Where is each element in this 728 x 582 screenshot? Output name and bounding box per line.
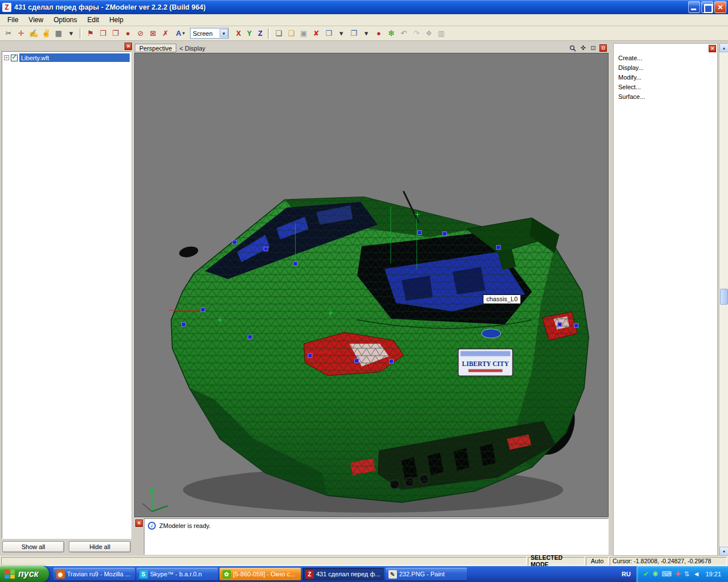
vertex-cross-icon[interactable]: ✛ [15,28,27,39]
maximize-button[interactable] [701,1,713,13]
wire-cylinder-icon[interactable]: ❐ [109,28,122,39]
axis-z-button[interactable]: Z [255,28,266,39]
tree-row[interactable]: Liberty.wft [2,53,131,63]
axis-x-button[interactable]: X [233,28,244,39]
hand-write-icon[interactable]: ✍ [27,28,40,39]
help-icon[interactable]: ❖ [423,28,435,39]
zmodeler-task[interactable]: Z 431 сделал перед ф... [303,568,384,580]
task-label: Skype™ - b.a.r.0.n [150,571,202,577]
viewport-canvas[interactable]: LIBERTY CITY [134,53,609,517]
scene-tree[interactable]: Liberty.wft [2,51,131,539]
keyboard-tray-icon[interactable]: ⌨ [661,571,671,577]
zmodeler-icon: Z [305,570,314,579]
close-commands-panel-icon[interactable] [709,45,716,52]
boxed-x-icon[interactable]: ⊠ [147,28,159,39]
select-menu-item[interactable]: Select... [618,82,717,92]
screen-combobox[interactable]: Screen [190,28,229,39]
firefox-icon: ◉ [56,570,65,579]
language-indicator[interactable]: RU [617,571,636,577]
expand-icon[interactable] [4,55,9,60]
scissors-icon[interactable]: ✂ [2,28,15,39]
surface-menu-item[interactable]: Surface... [618,92,717,101]
commands-panel: Create... Display... Modify... Select...… [613,43,718,556]
combobox-arrow-icon[interactable] [220,29,228,38]
antivirus-tray-icon[interactable]: ✔ [643,571,649,577]
zoom-extents-icon[interactable]: ⊡ [589,44,597,52]
window-title: 431 сделал перед фары - ZModeler ver 2.2… [14,3,206,11]
new-file-icon[interactable]: ❏ [272,28,285,39]
hide-all-button[interactable]: Hide all [69,541,131,552]
close-tools-icon[interactable]: ✗ [159,28,172,39]
grid-icon[interactable]: ▦ [52,28,65,39]
windows-logo-icon [5,569,15,579]
menu-edit[interactable]: Edit [82,14,105,26]
menu-view[interactable]: View [23,14,48,26]
tools-dropdown-icon[interactable]: ▾ [65,28,77,39]
network-tray-icon[interactable]: ⇅ [684,571,690,577]
paint-task[interactable]: ✎ 232.PNG - Paint [386,568,467,580]
menu-options[interactable]: Options [48,14,82,26]
show-all-button[interactable]: Show all [2,541,64,552]
icq-task[interactable]: ✿ [5-860-059] - Окно с... [220,568,301,580]
close-button[interactable] [714,1,726,13]
display-breadcrumb[interactable]: < Display [179,45,205,52]
start-button[interactable]: пуск [0,566,49,582]
create-menu-item[interactable]: Create... [618,53,717,63]
travian-task[interactable]: ◉ Travian ru9 - Mozilla ... [53,568,135,580]
close-panel-icon[interactable] [125,43,132,50]
display-menu-item[interactable]: Display... [618,63,717,72]
save-icon[interactable]: ▣ [297,28,310,39]
alert-tray-icon[interactable]: ✚ [675,571,680,577]
toolbar-separator[interactable] [80,28,82,39]
message-bar: i ZModeler is ready. [134,518,609,556]
minimize-button[interactable] [688,1,700,13]
viewport-maximize-icon[interactable] [599,44,607,52]
perspective-button[interactable]: Perspective [135,44,176,52]
vertical-scrollbar[interactable]: ▲ ▼ [719,43,728,556]
messenger-tray-icon[interactable]: ❋ [652,571,658,577]
selected-mode-indicator: SELECTED MODE [528,557,585,566]
undo-icon[interactable]: ↶ [398,28,410,39]
viewport: Perspective < Display ✜ ⊡ [134,43,609,517]
car-badge [482,329,501,338]
message-log: i ZModeler is ready. [144,518,609,555]
skype-task[interactable]: S Skype™ - b.a.r.0.n [136,568,218,580]
menu-file[interactable]: File [2,14,23,26]
record-icon[interactable]: ● [373,28,385,39]
export-icon[interactable]: ❐ [348,28,360,39]
volume-tray-icon[interactable]: ◄ [693,571,700,577]
delete-icon[interactable]: ✘ [310,28,322,39]
chevron-down-icon: ▾ [183,31,185,36]
font-button[interactable]: A ▾ [172,28,189,39]
scroll-down-icon[interactable]: ▼ [719,547,728,556]
scrollbar-thumb[interactable] [720,289,728,305]
skype-icon: S [139,570,148,579]
close-message-bar-icon[interactable] [135,519,143,527]
wire-box-icon[interactable]: ❒ [97,28,109,39]
import-dropdown-icon[interactable]: ▾ [335,28,348,39]
axis-gizmo-icon [143,487,168,512]
viewport-header: Perspective < Display ✜ ⊡ [134,43,609,53]
modify-menu-item[interactable]: Modify... [618,72,717,82]
zoom-icon[interactable] [569,44,577,52]
tree-item-checkbox[interactable] [11,55,18,61]
tree-item-label[interactable]: Liberty.wft [19,53,130,62]
redo-icon[interactable]: ↷ [410,28,423,39]
props-icon[interactable]: ▥ [435,28,448,39]
car-3d-model[interactable]: LIBERTY CITY [135,53,608,517]
no-entry-icon[interactable]: ⊘ [134,28,147,39]
axis-y-button[interactable]: Y [244,28,255,39]
menu-help[interactable]: Help [104,14,129,26]
system-tray: ✔ ❋ ⌨ ✚ ⇅ ◄ 19:21 [636,566,728,582]
scroll-up-icon[interactable]: ▲ [719,43,728,52]
import-icon[interactable]: ❒ [322,28,335,39]
open-folder-icon[interactable]: ❑ [285,28,297,39]
clock[interactable]: 19:21 [705,571,721,577]
pan-hand-icon[interactable]: ✜ [579,44,587,52]
material-icon[interactable]: ❇ [385,28,398,39]
victory-hand-icon[interactable]: ✌ [40,28,52,39]
export-dropdown-icon[interactable]: ▾ [360,28,373,39]
auto-indicator[interactable]: Auto [586,557,609,566]
wire-sphere-icon[interactable]: ● [122,28,134,39]
flag-icon[interactable]: ⚑ [84,28,97,39]
